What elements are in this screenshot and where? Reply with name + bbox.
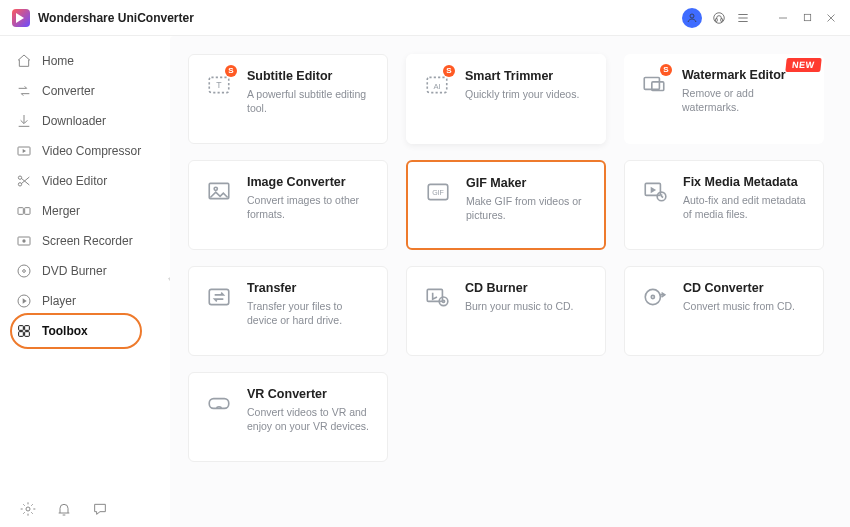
card-title: Smart Trimmer bbox=[465, 69, 579, 83]
sidebar-item-label: Player bbox=[42, 294, 76, 308]
app-title: Wondershare UniConverter bbox=[38, 11, 194, 25]
sidebar-item-merger[interactable]: Merger bbox=[0, 196, 170, 226]
svg-point-37 bbox=[214, 187, 217, 190]
sidebar-item-converter[interactable]: Converter bbox=[0, 76, 170, 106]
card-desc: Make GIF from videos or pictures. bbox=[466, 194, 588, 222]
tool-transfer[interactable]: Transfer Transfer your files to device o… bbox=[188, 266, 388, 356]
menu-button[interactable] bbox=[736, 11, 750, 25]
gif-icon: GIF bbox=[424, 178, 452, 206]
sidebar-item-label: Home bbox=[42, 54, 74, 68]
tool-image-converter[interactable]: Image Converter Convert images to other … bbox=[188, 160, 388, 250]
tool-gif-maker[interactable]: GIF GIF Maker Make GIF from videos or pi… bbox=[406, 160, 606, 250]
tool-cd-converter[interactable]: CD Converter Convert music from CD. bbox=[624, 266, 824, 356]
app-logo bbox=[12, 9, 30, 27]
image-icon bbox=[205, 177, 233, 205]
sidebar-item-label: Video Compressor bbox=[42, 144, 141, 158]
record-icon bbox=[16, 233, 32, 249]
sidebar-item-home[interactable]: Home bbox=[0, 46, 170, 76]
card-title: Subtitle Editor bbox=[247, 69, 371, 83]
svg-text:GIF: GIF bbox=[432, 189, 444, 196]
sidebar-item-label: Merger bbox=[42, 204, 80, 218]
compress-icon bbox=[16, 143, 32, 159]
svg-rect-17 bbox=[18, 208, 23, 215]
sidebar-item-player[interactable]: Player bbox=[0, 286, 170, 316]
sidebar-item-label: Screen Recorder bbox=[42, 234, 133, 248]
tool-cd-burner[interactable]: CD Burner Burn your music to CD. bbox=[406, 266, 606, 356]
feedback-button[interactable] bbox=[92, 501, 108, 517]
svg-rect-43 bbox=[209, 289, 229, 304]
svg-rect-25 bbox=[19, 326, 24, 331]
card-desc: Convert videos to VR and enjoy on your V… bbox=[247, 405, 371, 433]
maximize-button[interactable] bbox=[800, 11, 814, 25]
subtitle-icon: T S bbox=[205, 71, 233, 99]
tool-vr-converter[interactable]: VR Converter Convert videos to VR and en… bbox=[188, 372, 388, 462]
svg-line-15 bbox=[21, 178, 29, 185]
svg-line-16 bbox=[21, 177, 29, 184]
converter-icon bbox=[16, 83, 32, 99]
svg-point-48 bbox=[651, 295, 654, 298]
sidebar-item-label: DVD Burner bbox=[42, 264, 107, 278]
svg-point-47 bbox=[645, 289, 660, 304]
svg-rect-2 bbox=[716, 18, 718, 21]
sidebar-item-dvd[interactable]: DVD Burner bbox=[0, 256, 170, 286]
premium-badge: S bbox=[225, 65, 237, 77]
settings-button[interactable] bbox=[20, 501, 36, 517]
metadata-icon bbox=[641, 177, 669, 205]
support-button[interactable] bbox=[712, 11, 726, 25]
svg-rect-26 bbox=[25, 326, 30, 331]
card-title: CD Burner bbox=[465, 281, 574, 295]
svg-rect-28 bbox=[25, 332, 30, 337]
premium-badge: S bbox=[443, 65, 455, 77]
vr-icon bbox=[205, 389, 233, 417]
card-title: Image Converter bbox=[247, 175, 371, 189]
sidebar-item-editor[interactable]: Video Editor bbox=[0, 166, 170, 196]
tool-watermark-editor[interactable]: NEW S Watermark Editor Remove or add wat… bbox=[624, 54, 824, 144]
svg-rect-27 bbox=[19, 332, 24, 337]
sidebar-item-toolbox[interactable]: Toolbox bbox=[0, 316, 170, 346]
svg-point-22 bbox=[23, 270, 26, 273]
svg-rect-18 bbox=[25, 208, 30, 215]
card-title: VR Converter bbox=[247, 387, 371, 401]
card-desc: Convert music from CD. bbox=[683, 299, 795, 313]
svg-point-29 bbox=[26, 507, 30, 511]
tool-fix-metadata[interactable]: Fix Media Metadata Auto-fix and edit met… bbox=[624, 160, 824, 250]
card-desc: Quickly trim your videos. bbox=[465, 87, 579, 101]
tool-subtitle-editor[interactable]: T S Subtitle Editor A powerful subtitle … bbox=[188, 54, 388, 144]
new-badge: NEW bbox=[785, 58, 821, 72]
card-desc: Burn your music to CD. bbox=[465, 299, 574, 313]
sidebar-item-label: Downloader bbox=[42, 114, 106, 128]
sidebar-item-compressor[interactable]: Video Compressor bbox=[0, 136, 170, 166]
close-button[interactable] bbox=[824, 11, 838, 25]
home-icon bbox=[16, 53, 32, 69]
sidebar-item-downloader[interactable]: Downloader bbox=[0, 106, 170, 136]
play-icon bbox=[16, 293, 32, 309]
transfer-icon bbox=[205, 283, 233, 311]
sidebar-item-label: Converter bbox=[42, 84, 95, 98]
svg-marker-12 bbox=[23, 149, 26, 153]
merge-icon bbox=[16, 203, 32, 219]
svg-point-46 bbox=[442, 300, 444, 302]
svg-point-20 bbox=[22, 239, 25, 242]
grid-icon bbox=[16, 323, 32, 339]
card-title: GIF Maker bbox=[466, 176, 588, 190]
card-desc: Convert images to other formats. bbox=[247, 193, 371, 221]
notifications-button[interactable] bbox=[56, 501, 72, 517]
scissors-icon bbox=[16, 173, 32, 189]
card-title: Transfer bbox=[247, 281, 371, 295]
sidebar-item-recorder[interactable]: Screen Recorder bbox=[0, 226, 170, 256]
card-title: CD Converter bbox=[683, 281, 795, 295]
trimmer-icon: AI S bbox=[423, 71, 451, 99]
titlebar: Wondershare UniConverter bbox=[0, 0, 850, 36]
download-icon bbox=[16, 113, 32, 129]
tool-smart-trimmer[interactable]: AI S Smart Trimmer Quickly trim your vid… bbox=[406, 54, 606, 144]
card-desc: Transfer your files to device or hard dr… bbox=[247, 299, 371, 327]
svg-text:T: T bbox=[216, 80, 222, 90]
account-button[interactable] bbox=[682, 8, 702, 28]
svg-rect-8 bbox=[804, 14, 810, 20]
card-title: Fix Media Metadata bbox=[683, 175, 807, 189]
svg-marker-41 bbox=[651, 187, 656, 194]
sidebar-item-label: Video Editor bbox=[42, 174, 107, 188]
minimize-button[interactable] bbox=[776, 11, 790, 25]
card-desc: Auto-fix and edit metadata of media file… bbox=[683, 193, 807, 221]
disc-icon bbox=[16, 263, 32, 279]
